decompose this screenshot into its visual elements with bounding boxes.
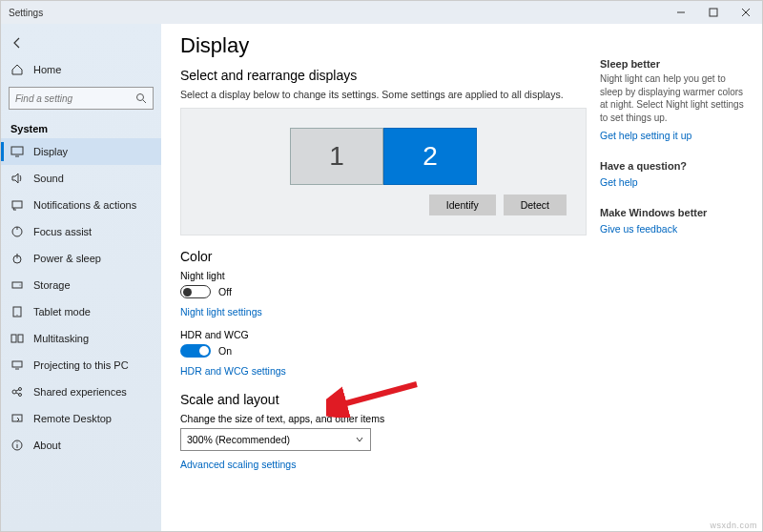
svg-rect-16 — [18, 335, 23, 342]
question-heading: Have a question? — [600, 160, 751, 172]
notifications-icon — [10, 198, 24, 212]
sidebar-item-remote-desktop[interactable]: Remote Desktop — [1, 405, 161, 432]
window-title: Settings — [9, 8, 43, 18]
get-help-link[interactable]: Get help — [600, 176, 638, 188]
sidebar-item-label: Sound — [33, 173, 64, 184]
detect-button[interactable]: Detect — [504, 194, 567, 215]
identify-button[interactable]: Identify — [429, 194, 496, 215]
titlebar: Settings — [1, 1, 762, 24]
svg-point-4 — [137, 94, 144, 101]
feedback-heading: Make Windows better — [600, 207, 751, 218]
svg-point-12 — [20, 285, 21, 286]
page-title: Display — [180, 33, 587, 58]
sidebar-item-label: Power & sleep — [33, 253, 101, 264]
search-icon — [134, 92, 148, 105]
minimize-button[interactable] — [665, 1, 697, 24]
home-icon — [10, 63, 24, 76]
sidebar-item-display[interactable]: Display — [1, 138, 161, 165]
night-light-label: Night light — [180, 270, 587, 281]
watermark: wsxdn.com — [710, 521, 757, 530]
svg-rect-15 — [11, 335, 16, 342]
sidebar-item-label: Display — [33, 146, 68, 157]
svg-rect-6 — [11, 147, 23, 154]
sidebar-item-multitasking[interactable]: Multitasking — [1, 325, 161, 352]
sidebar-item-focus-assist[interactable]: Focus assist — [1, 218, 161, 245]
svg-rect-17 — [12, 361, 22, 367]
rearrange-heading: Select and rearrange displays — [180, 68, 587, 83]
power-icon — [10, 252, 24, 265]
sidebar-item-label: Remote Desktop — [33, 413, 112, 424]
sidebar: Home System Display Sound Notifications … — [1, 24, 161, 531]
scale-select[interactable]: 300% (Recommended) — [180, 428, 371, 451]
sidebar-item-label: Multitasking — [33, 333, 89, 344]
sound-icon — [10, 172, 24, 185]
right-panel: Sleep better Night light can help you ge… — [600, 24, 762, 531]
sidebar-item-label: Focus assist — [33, 226, 92, 237]
remote-desktop-icon — [10, 412, 24, 425]
home-nav[interactable]: Home — [1, 56, 161, 83]
color-heading: Color — [180, 249, 587, 264]
hdr-settings-link[interactable]: HDR and WCG settings — [180, 365, 286, 377]
about-icon — [10, 439, 24, 452]
search-input[interactable] — [9, 87, 154, 110]
shared-icon — [10, 385, 24, 399]
hdr-state: On — [218, 345, 232, 357]
sidebar-item-label: Storage — [33, 279, 71, 291]
svg-point-14 — [17, 315, 18, 316]
sidebar-item-label: Projecting to this PC — [33, 359, 129, 371]
feedback-link[interactable]: Give us feedback — [600, 223, 677, 235]
display-arrangement-area[interactable]: 1 2 Identify Detect — [180, 108, 587, 235]
monitor-2[interactable]: 2 — [383, 128, 477, 185]
close-button[interactable] — [730, 1, 762, 24]
sidebar-item-power-sleep[interactable]: Power & sleep — [1, 245, 161, 272]
sidebar-item-about[interactable]: About — [1, 432, 161, 459]
svg-point-26 — [17, 442, 18, 443]
main-content: Display Select and rearrange displays Se… — [161, 24, 600, 531]
svg-line-5 — [143, 100, 146, 103]
sidebar-heading: System — [1, 117, 161, 138]
svg-point-18 — [12, 390, 16, 394]
night-light-settings-link[interactable]: Night light settings — [180, 306, 262, 317]
sidebar-item-storage[interactable]: Storage — [1, 272, 161, 298]
sleep-heading: Sleep better — [600, 58, 751, 70]
maximize-button[interactable] — [697, 1, 730, 24]
svg-rect-1 — [710, 9, 717, 16]
night-light-toggle[interactable] — [180, 285, 211, 298]
monitor-1[interactable]: 1 — [290, 128, 383, 185]
chevron-down-icon — [355, 435, 364, 444]
svg-line-21 — [16, 390, 19, 392]
back-button[interactable] — [1, 30, 161, 56]
back-arrow-icon — [10, 36, 24, 50]
sleep-desc: Night light can help you get to sleep by… — [600, 72, 751, 124]
svg-rect-8 — [12, 201, 22, 208]
display-icon — [10, 145, 24, 158]
night-light-state: Off — [218, 286, 232, 297]
sidebar-item-projecting[interactable]: Projecting to this PC — [1, 352, 161, 379]
multitasking-icon — [10, 332, 24, 345]
sidebar-item-shared-experiences[interactable]: Shared experiences — [1, 379, 161, 405]
sidebar-item-sound[interactable]: Sound — [1, 165, 161, 192]
rearrange-desc: Select a display below to change its set… — [180, 89, 587, 100]
svg-line-22 — [16, 393, 19, 395]
home-label: Home — [33, 64, 61, 75]
sleep-link[interactable]: Get help setting it up — [600, 130, 691, 141]
scale-heading: Scale and layout — [180, 392, 587, 407]
projecting-icon — [10, 358, 24, 372]
advanced-scaling-link[interactable]: Advanced scaling settings — [180, 459, 296, 470]
sidebar-item-tablet-mode[interactable]: Tablet mode — [1, 298, 161, 325]
sidebar-item-notifications[interactable]: Notifications & actions — [1, 192, 161, 218]
sidebar-item-label: Notifications & actions — [33, 199, 136, 211]
scale-label: Change the size of text, apps, and other… — [180, 413, 587, 424]
sidebar-item-label: About — [33, 440, 61, 451]
tablet-icon — [10, 305, 24, 318]
sidebar-item-label: Shared experiences — [33, 386, 127, 398]
scale-value: 300% (Recommended) — [187, 434, 290, 445]
sidebar-item-label: Tablet mode — [33, 306, 91, 317]
hdr-toggle[interactable] — [180, 344, 211, 358]
storage-icon — [10, 278, 24, 292]
hdr-label: HDR and WCG — [180, 329, 587, 340]
focus-assist-icon — [10, 225, 24, 238]
